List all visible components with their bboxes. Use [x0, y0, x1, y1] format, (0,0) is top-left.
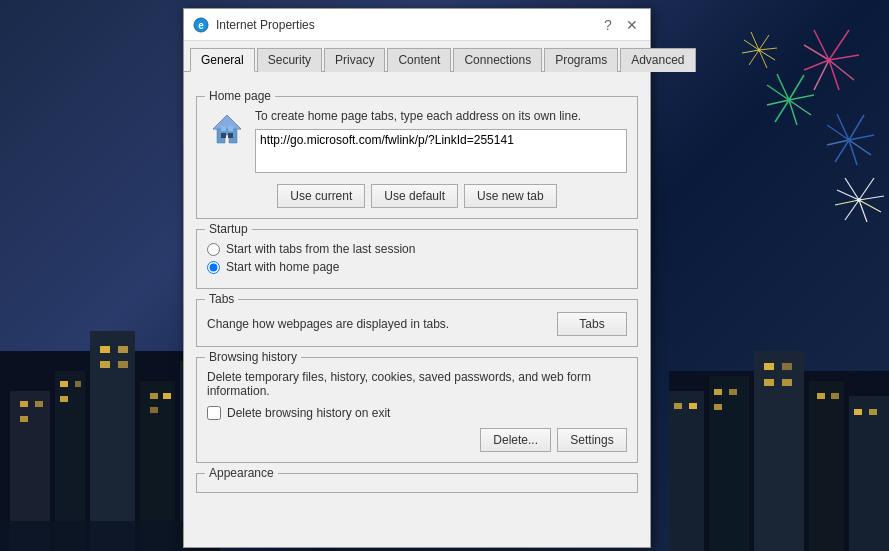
home-page-icon [207, 109, 247, 149]
svg-rect-84 [854, 409, 862, 415]
internet-properties-dialog: e Internet Properties ? ✕ General Securi… [183, 8, 651, 548]
startup-option2-label[interactable]: Start with home page [226, 260, 339, 274]
use-default-button[interactable]: Use default [371, 184, 458, 208]
startup-option1-row: Start with tabs from the last session [207, 242, 627, 256]
svg-line-1 [829, 55, 859, 60]
svg-rect-57 [100, 346, 110, 353]
tab-privacy[interactable]: Privacy [324, 48, 385, 72]
delete-on-exit-row: Delete browsing history on exit [207, 406, 627, 420]
help-button[interactable]: ? [598, 15, 618, 35]
svg-rect-59 [100, 361, 110, 368]
svg-rect-83 [831, 393, 839, 399]
tabs-section-title: Tabs [205, 292, 238, 306]
startup-option2-row: Start with home page [207, 260, 627, 274]
svg-rect-71 [809, 381, 844, 551]
home-page-url-input[interactable] [255, 129, 627, 173]
svg-rect-68 [669, 391, 704, 551]
browsing-settings-button[interactable]: Settings [557, 428, 627, 452]
svg-rect-80 [764, 379, 774, 386]
svg-rect-51 [20, 401, 28, 407]
title-bar-controls: ? ✕ [598, 15, 642, 35]
home-page-right: To create home page tabs, type each addr… [255, 109, 627, 176]
svg-rect-81 [782, 379, 792, 386]
tabs-section: Tabs Change how webpages are displayed i… [196, 299, 638, 347]
browsing-history-description: Delete temporary files, history, cookies… [207, 366, 627, 398]
delete-button[interactable]: Delete... [480, 428, 551, 452]
svg-rect-85 [869, 409, 877, 415]
svg-rect-63 [150, 407, 158, 413]
startup-title: Startup [205, 222, 252, 236]
svg-rect-60 [118, 361, 128, 368]
startup-section: Startup Start with tabs from the last se… [196, 229, 638, 289]
svg-rect-56 [60, 396, 68, 402]
startup-option2-radio[interactable] [207, 261, 220, 274]
home-page-title: Home page [205, 89, 275, 103]
svg-line-37 [859, 196, 884, 200]
svg-rect-74 [689, 403, 697, 409]
svg-rect-92 [221, 126, 226, 131]
browsing-history-buttons: Delete... Settings [207, 428, 627, 452]
svg-rect-54 [60, 381, 68, 387]
browsing-history-title: Browsing history [205, 350, 301, 364]
svg-line-9 [789, 75, 804, 100]
svg-rect-53 [20, 416, 28, 422]
tab-programs[interactable]: Programs [544, 48, 618, 72]
svg-line-0 [829, 30, 849, 60]
svg-rect-62 [163, 393, 171, 399]
tab-security[interactable]: Security [257, 48, 322, 72]
svg-rect-73 [674, 403, 682, 409]
svg-rect-75 [714, 389, 722, 395]
svg-line-10 [789, 95, 814, 100]
startup-option1-radio[interactable] [207, 243, 220, 256]
svg-line-28 [759, 48, 777, 50]
svg-rect-52 [35, 401, 43, 407]
appearance-section: Appearance [196, 473, 638, 493]
svg-point-26 [847, 138, 851, 142]
home-page-buttons: Use current Use default Use new tab [207, 184, 627, 208]
tab-advanced[interactable]: Advanced [620, 48, 695, 72]
svg-point-8 [827, 58, 831, 62]
svg-point-17 [787, 98, 791, 102]
delete-on-exit-label[interactable]: Delete browsing history on exit [227, 406, 390, 420]
use-current-button[interactable]: Use current [277, 184, 365, 208]
svg-text:e: e [198, 20, 204, 31]
tabs-section-inner: Change how webpages are displayed in tab… [207, 308, 627, 336]
tab-general[interactable]: General [190, 48, 255, 72]
tab-content[interactable]: Content [387, 48, 451, 72]
svg-rect-82 [817, 393, 825, 399]
title-bar: e Internet Properties ? ✕ [184, 9, 650, 41]
svg-rect-48 [90, 331, 135, 551]
svg-rect-90 [221, 133, 226, 138]
appearance-title: Appearance [205, 466, 278, 480]
svg-line-31 [749, 50, 759, 65]
svg-line-27 [759, 35, 769, 50]
svg-line-36 [859, 178, 874, 200]
svg-rect-93 [228, 126, 233, 131]
delete-on-exit-checkbox[interactable] [207, 406, 221, 420]
use-new-tab-button[interactable]: Use new tab [464, 184, 557, 208]
svg-rect-79 [782, 363, 792, 370]
startup-option1-label[interactable]: Start with tabs from the last session [226, 242, 415, 256]
content-area: Home page To create home page tabs, type… [184, 72, 650, 547]
home-page-description: To create home page tabs, type each addr… [255, 109, 627, 123]
browsing-history-section: Browsing history Delete temporary files,… [196, 357, 638, 463]
svg-rect-69 [709, 376, 749, 551]
home-page-inner: To create home page tabs, type each addr… [207, 105, 627, 176]
tabs-button[interactable]: Tabs [557, 312, 627, 336]
tab-bar: General Security Privacy Content Connect… [184, 41, 650, 72]
svg-rect-70 [754, 351, 804, 551]
close-button[interactable]: ✕ [622, 15, 642, 35]
svg-rect-55 [75, 381, 81, 387]
svg-rect-61 [150, 393, 158, 399]
svg-rect-91 [228, 133, 233, 138]
svg-rect-77 [714, 404, 722, 410]
svg-line-19 [849, 135, 874, 140]
home-page-section: Home page To create home page tabs, type… [196, 96, 638, 219]
dialog-title: Internet Properties [216, 18, 598, 32]
tabs-description: Change how webpages are displayed in tab… [207, 317, 557, 331]
svg-line-32 [742, 50, 759, 53]
svg-point-35 [758, 49, 761, 52]
tab-connections[interactable]: Connections [453, 48, 542, 72]
svg-rect-72 [849, 396, 889, 551]
svg-point-44 [857, 198, 861, 202]
